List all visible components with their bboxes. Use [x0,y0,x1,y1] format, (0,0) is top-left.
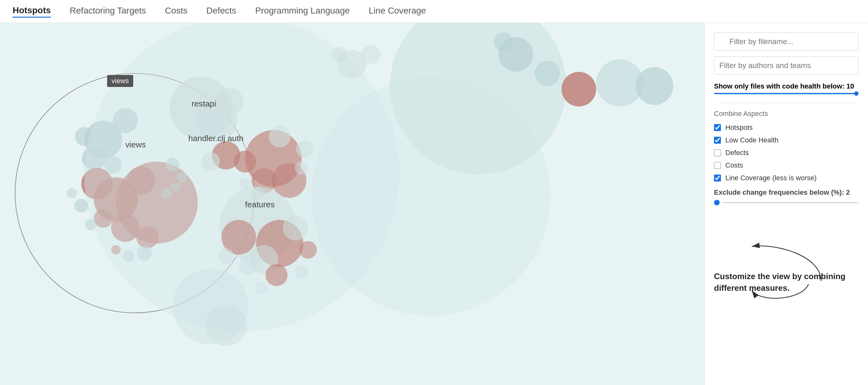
svg-point-2 [535,61,560,86]
svg-point-49 [283,215,308,240]
svg-point-22 [67,188,77,198]
checkbox-defects-input[interactable] [714,149,721,156]
annotation-area: Customize the view by combining differen… [714,218,859,300]
customize-text: Customize the view by combining differen… [714,271,859,294]
svg-text:handler.clj  auth: handler.clj auth [188,134,244,143]
nav-item-programming-language[interactable]: Programming Language [255,6,350,17]
nav-bar: Hotspots Refactoring Targets Costs Defec… [0,0,868,23]
checkbox-costs-input[interactable] [714,162,721,169]
code-health-slider[interactable] [714,93,859,94]
search-wrapper: 🔍 [714,32,859,51]
checkbox-low-code-health: Low Code Health [714,136,859,144]
svg-point-59 [362,45,380,64]
svg-point-41 [296,140,314,158]
checkbox-defects: Defects [714,149,859,157]
combine-aspects-label: Combine Aspects [714,110,859,118]
svg-point-60 [332,47,347,62]
svg-point-6 [636,67,673,105]
checkbox-defects-label: Defects [725,149,749,157]
checkbox-hotspots: Hotspots [714,123,859,132]
checkbox-low-code-health-label: Low Code Health [725,136,779,144]
svg-point-4 [562,72,596,107]
svg-point-42 [295,161,309,175]
code-health-label: Show only files with code health below: … [714,82,859,90]
checkbox-line-coverage-label: Line Coverage (less is worse) [725,174,817,182]
main-layout: views [0,23,868,385]
svg-point-54 [295,265,309,279]
checkbox-line-coverage: Line Coverage (less is worse) [714,174,859,182]
svg-text:views: views [125,140,146,149]
svg-point-61 [311,77,551,316]
svg-point-57 [206,305,247,346]
checkbox-hotspots-input[interactable] [714,124,721,131]
nav-item-refactoring[interactable]: Refactoring Targets [70,6,146,17]
customize-text-container: Customize the view by combining differen… [714,264,859,294]
nav-item-line-coverage[interactable]: Line Coverage [369,6,426,17]
authors-filter-input[interactable] [714,56,859,75]
svg-text:restapi: restapi [191,99,216,108]
svg-point-20 [74,199,88,213]
svg-point-53 [218,248,234,264]
svg-point-50 [266,264,287,286]
svg-point-33 [215,88,244,116]
nav-item-hotspots[interactable]: Hotspots [12,5,51,18]
exclude-slider-row [714,200,859,205]
svg-point-40 [269,125,291,147]
divider-1 [714,103,859,104]
filename-filter-input[interactable] [714,32,859,51]
exclude-label: Exclude change frequencies below (%): 2 [714,188,859,197]
svg-point-52 [299,241,317,259]
nav-item-costs[interactable]: Costs [165,6,188,17]
checkbox-low-code-health-input[interactable] [714,137,721,144]
bubble-chart: views restapi handler.clj auth features [0,23,704,385]
checkbox-costs: Costs [714,161,859,170]
sidebar: 🔍 Show only files with code health below… [704,23,868,385]
checkbox-costs-label: Costs [725,161,743,170]
svg-text:features: features [245,200,275,209]
exclude-slider-dot[interactable] [714,200,720,205]
svg-point-44 [239,178,251,189]
svg-point-55 [254,282,267,294]
svg-point-3 [494,32,513,51]
svg-point-36 [201,152,220,171]
code-health-thumb[interactable] [854,91,859,96]
checkbox-line-coverage-input[interactable] [714,175,721,181]
visualization-area: views [0,23,704,385]
checkbox-hotspots-label: Hotspots [725,123,753,132]
nav-item-defects[interactable]: Defects [206,6,236,17]
exclude-slider-line[interactable] [721,202,859,203]
svg-point-51 [239,256,258,275]
